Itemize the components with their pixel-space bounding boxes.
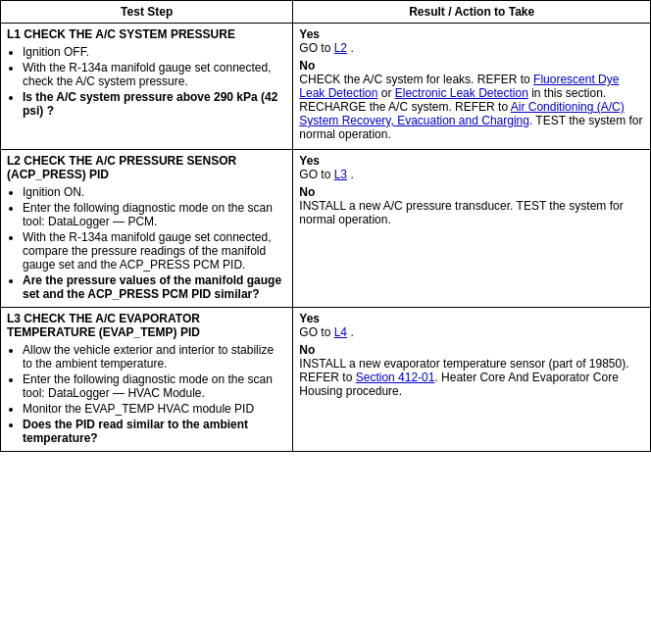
main-table: Test Step Result / Action to Take L1 CHE…: [0, 0, 651, 452]
yes-block-2: Yes GO to L3 .: [299, 154, 644, 181]
list-item: Allow the vehicle exterior and interior …: [23, 343, 286, 371]
yes-action-prefix-1: GO to: [299, 41, 333, 55]
no-label-3: No: [299, 343, 315, 357]
yes-action-suffix-1: .: [347, 41, 354, 55]
l3-link[interactable]: L3: [334, 168, 347, 181]
list-item: Does the PID read similar to the ambient…: [23, 418, 286, 445]
list-item: With the R-134a manifold gauge set conne…: [23, 61, 286, 88]
yes-label-1: Yes: [299, 27, 320, 41]
list-item: Enter the following diagnostic mode on t…: [23, 372, 286, 400]
list-item: Ignition ON.: [23, 185, 286, 199]
no-label-1: No: [299, 59, 315, 73]
table-row: L2 CHECK THE A/C PRESSURE SENSOR (ACP_PR…: [1, 150, 651, 308]
l4-link[interactable]: L4: [334, 325, 347, 339]
list-item: Is the A/C system pressure above 290 kPa…: [23, 90, 286, 118]
step-cell-1: L1 CHECK THE A/C SYSTEM PRESSURE Ignitio…: [1, 24, 293, 150]
list-item: Ignition OFF.: [23, 45, 286, 59]
no-block-2: No INSTALL a new A/C pressure transducer…: [299, 185, 644, 226]
list-item: Are the pressure values of the manifold …: [23, 273, 286, 301]
no-block-1: No CHECK the A/C system for leaks. REFER…: [299, 59, 644, 141]
electronic-link[interactable]: Electronic Leak Detection: [395, 86, 528, 100]
l2-link[interactable]: L2: [334, 41, 347, 55]
table-row: L3 CHECK THE A/C EVAPORATOR TEMPERATURE …: [1, 308, 651, 452]
step-list-2: Ignition ON. Enter the following diagnos…: [23, 185, 286, 301]
yes-label-3: Yes: [299, 312, 320, 325]
table-row: L1 CHECK THE A/C SYSTEM PRESSURE Ignitio…: [1, 24, 651, 150]
yes-action-prefix-2: GO to: [299, 168, 333, 181]
step-title-3: L3 CHECK THE A/C EVAPORATOR TEMPERATURE …: [7, 312, 286, 339]
bold-question-3: Does the PID read similar to the ambient…: [23, 418, 248, 445]
step-title-2: L2 CHECK THE A/C PRESSURE SENSOR (ACP_PR…: [7, 154, 286, 181]
col1-header: Test Step: [1, 1, 293, 24]
step-cell-3: L3 CHECK THE A/C EVAPORATOR TEMPERATURE …: [1, 308, 293, 452]
yes-block-1: Yes GO to L2 .: [299, 27, 644, 55]
yes-block-3: Yes GO to L4 .: [299, 312, 644, 339]
yes-action-suffix-2: .: [347, 168, 354, 181]
result-cell-3: Yes GO to L4 . No INSTALL a new evaporat…: [293, 308, 651, 452]
section412-link[interactable]: Section 412-01: [356, 371, 435, 384]
result-cell-2: Yes GO to L3 . No INSTALL a new A/C pres…: [293, 150, 651, 308]
result-cell-1: Yes GO to L2 . No CHECK the A/C system f…: [293, 24, 651, 150]
step-cell-2: L2 CHECK THE A/C PRESSURE SENSOR (ACP_PR…: [1, 150, 293, 308]
col2-header: Result / Action to Take: [293, 1, 651, 24]
yes-action-suffix-3: .: [347, 325, 354, 339]
step-list-3: Allow the vehicle exterior and interior …: [23, 343, 286, 445]
list-item: With the R-134a manifold gauge set conne…: [23, 230, 286, 272]
list-item: Enter the following diagnostic mode on t…: [23, 201, 286, 228]
step-list-1: Ignition OFF. With the R-134a manifold g…: [23, 45, 286, 118]
yes-label-2: Yes: [299, 154, 320, 168]
no-simple-2: INSTALL a new A/C pressure transducer. T…: [299, 199, 623, 226]
yes-action-prefix-3: GO to: [299, 325, 333, 339]
bold-question-2: Are the pressure values of the manifold …: [23, 273, 281, 301]
no-label-2: No: [299, 185, 315, 199]
no-action-mid-1: or: [377, 86, 394, 100]
step-title-1: L1 CHECK THE A/C SYSTEM PRESSURE: [7, 27, 286, 41]
no-action-prefix-1: CHECK the A/C system for leaks. REFER to: [299, 73, 533, 86]
no-block-3: No INSTALL a new evaporator temperature …: [299, 343, 644, 398]
list-item: Monitor the EVAP_TEMP HVAC module PID: [23, 402, 286, 416]
bold-question: Is the A/C system pressure above 290 kPa…: [23, 90, 277, 118]
